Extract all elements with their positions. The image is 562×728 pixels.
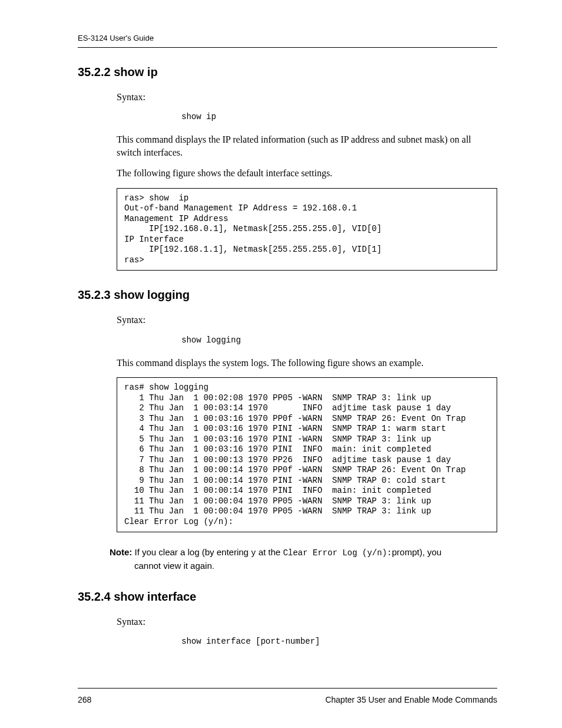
syntax-label: Syntax: [78,615,497,628]
heading-show-ip: 35.2.2 show ip [78,64,497,80]
syntax-command-show-ip: show ip [78,111,497,123]
note-label: Note: [110,547,132,557]
footer-rule [78,688,497,689]
code-show-ip: ras> show ip Out-of-band Management IP A… [117,188,497,271]
running-head: ES-3124 User's Guide [78,33,497,44]
heading-show-logging: 35.2.3 show logging [78,287,497,303]
syntax-command-show-logging: show logging [78,335,497,346]
chapter-label: Chapter 35 User and Enable Mode Commands [325,694,497,706]
syntax-label: Syntax: [78,91,497,104]
note-text-a: If you clear a log (by entering [132,547,251,557]
note-text-c: prompt), you [392,547,441,557]
note-text-d: cannot view it again. [134,560,494,572]
syntax-command-show-interface: show interface [port-number] [78,636,497,647]
note-inline-y: y [251,548,256,558]
note-show-logging: Note: If you clear a log (by entering y … [110,546,497,572]
para-show-logging-1: This command displays the system logs. T… [78,357,497,370]
code-show-logging: ras# show logging 1 Thu Jan 1 00:02:08 1… [117,377,497,532]
note-inline-prompt: Clear Error Log (y/n): [283,548,392,558]
syntax-label: Syntax: [78,314,497,327]
page-number: 268 [78,694,91,706]
para-show-ip-1: This command displays the IP related inf… [78,133,497,159]
heading-show-interface: 35.2.4 show interface [78,589,497,605]
page: ES-3124 User's Guide 35.2.2 show ip Synt… [0,0,562,728]
page-content: 35.2.2 show ip Syntax: show ip This comm… [78,48,497,689]
page-footer: 268 Chapter 35 User and Enable Mode Comm… [78,694,497,706]
note-text-b: at the [256,547,283,557]
para-show-ip-2: The following figure shows the default i… [78,167,497,180]
